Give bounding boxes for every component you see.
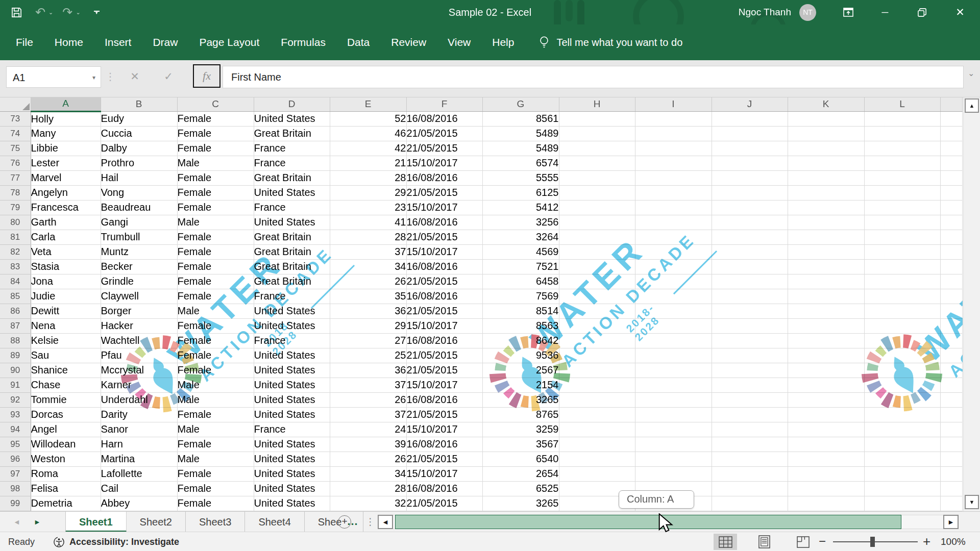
select-all-corner[interactable] [0,97,31,111]
cell-empty[interactable] [864,333,940,348]
sheet-tab-sheet4[interactable]: Sheet4 [245,512,304,532]
column-header-C[interactable]: C [177,97,254,111]
cell-empty[interactable] [788,111,864,126]
cell-empty[interactable] [712,437,788,452]
cell-id[interactable]: 6540 [482,452,559,466]
cell-empty[interactable] [559,156,635,170]
cell-last-name[interactable]: Karner [101,378,177,392]
cell-country[interactable]: United States [254,318,330,333]
cell-empty[interactable] [940,304,962,318]
ribbon-display-options-icon[interactable] [837,0,860,24]
cell-empty[interactable] [864,363,940,378]
cancel-formula-icon[interactable]: ✕ [125,65,145,88]
cell-empty[interactable] [712,466,788,481]
cell-empty[interactable] [788,348,864,363]
cell-id[interactable]: 8561 [482,111,559,126]
cell-empty[interactable] [635,437,712,452]
cell-age[interactable]: 46 [330,126,406,141]
cell-country[interactable]: United States [254,496,330,511]
cell-empty[interactable] [635,274,712,289]
cell-empty[interactable] [788,422,864,437]
cell-gender[interactable]: Male [177,452,254,466]
hscroll-thumb[interactable] [395,515,901,529]
close-icon[interactable]: ✕ [947,0,973,24]
cell-country[interactable]: United States [254,348,330,363]
insert-function-button[interactable]: fx [193,64,220,88]
sheet-nav-right-icon[interactable]: ► [34,512,41,532]
cell-age[interactable]: 26 [330,392,406,407]
cell-country[interactable]: United States [254,407,330,422]
cell-age[interactable]: 52 [330,111,406,126]
cell-empty[interactable] [635,333,712,348]
cell-country[interactable]: France [254,333,330,348]
cell-empty[interactable] [559,215,635,230]
cell-empty[interactable] [864,141,940,156]
cell-empty[interactable] [864,452,940,466]
cell-empty[interactable] [635,126,712,141]
column-header-F[interactable]: F [406,97,482,111]
cell-country[interactable]: Great Britain [254,274,330,289]
column-header-B[interactable]: B [101,97,177,111]
cell-empty[interactable] [559,141,635,156]
cell-empty[interactable] [940,392,962,407]
cell-gender[interactable]: Female [177,496,254,511]
row-header-96[interactable]: 96 [0,452,31,466]
accessibility-icon[interactable] [53,536,65,548]
cell-gender[interactable]: Female [177,481,254,496]
cell-empty[interactable] [788,259,864,274]
cell-empty[interactable] [788,170,864,185]
cell-id[interactable]: 5555 [482,170,559,185]
cell-last-name[interactable]: Harn [101,437,177,452]
cell-first-name[interactable]: Angel [31,422,101,437]
cell-empty[interactable] [864,348,940,363]
cell-empty[interactable] [559,200,635,215]
cell-gender[interactable]: Male [177,215,254,230]
cell-empty[interactable] [788,126,864,141]
accessibility-status[interactable]: Accessibility: Investigate [69,532,179,551]
cell-empty[interactable] [635,466,712,481]
formula-input[interactable]: First Name [223,66,964,88]
cell-empty[interactable] [864,111,940,126]
cell-date[interactable]: 21/05/2015 [406,274,482,289]
cell-date[interactable]: 15/10/2017 [406,156,482,170]
cell-date[interactable]: 21/05/2015 [406,304,482,318]
cell-date[interactable]: 21/05/2015 [406,407,482,422]
cell-gender[interactable]: Female [177,259,254,274]
cell-empty[interactable] [940,318,962,333]
cell-empty[interactable] [712,407,788,422]
cell-gender[interactable]: Female [177,437,254,452]
cell-gender[interactable]: Female [177,363,254,378]
cell-gender[interactable]: Female [177,111,254,126]
cell-date[interactable]: 16/08/2016 [406,215,482,230]
cell-empty[interactable] [559,244,635,259]
cell-date[interactable]: 16/08/2016 [406,333,482,348]
cell-empty[interactable] [788,200,864,215]
expand-formula-bar-icon[interactable]: ⌄ [968,68,974,78]
row-header-94[interactable]: 94 [0,422,31,437]
cell-date[interactable]: 21/05/2015 [406,452,482,466]
cell-country[interactable]: United States [254,392,330,407]
row-header-83[interactable]: 83 [0,259,31,274]
ribbon-tab-formulas[interactable]: Formulas [270,24,336,60]
cell-first-name[interactable]: Carla [31,230,101,244]
cell-empty[interactable] [864,422,940,437]
cell-date[interactable]: 15/10/2017 [406,200,482,215]
cell-first-name[interactable]: Veta [31,244,101,259]
sheet-tab-options-icon[interactable]: ⋮ [365,512,375,532]
cell-date[interactable]: 15/10/2017 [406,244,482,259]
ribbon-tab-help[interactable]: Help [481,24,525,60]
zoom-level[interactable]: 100% [941,532,966,551]
cell-empty[interactable] [559,259,635,274]
cell-empty[interactable] [864,215,940,230]
cell-first-name[interactable]: Weston [31,452,101,466]
cell-empty[interactable] [635,185,712,200]
row-header-92[interactable]: 92 [0,392,31,407]
cell-empty[interactable] [864,126,940,141]
cell-empty[interactable] [788,156,864,170]
cell-empty[interactable] [635,363,712,378]
cell-id[interactable]: 8514 [482,304,559,318]
row-header-73[interactable]: 73 [0,111,31,126]
cell-empty[interactable] [940,407,962,422]
cell-country[interactable]: United States [254,363,330,378]
row-header-88[interactable]: 88 [0,333,31,348]
